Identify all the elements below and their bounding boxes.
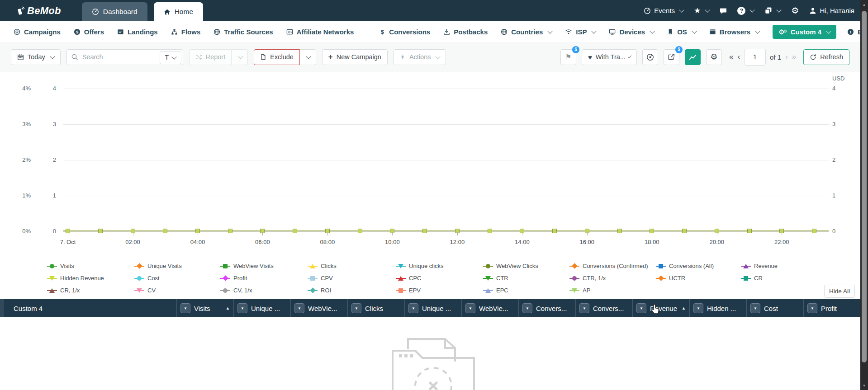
exclude-dropdown-button[interactable] bbox=[300, 49, 316, 65]
nav-item-campaigns[interactable]: Campaigns bbox=[14, 28, 61, 36]
filter-icon[interactable]: ▼ bbox=[750, 303, 760, 313]
exclude-button[interactable]: Exclude bbox=[254, 49, 300, 65]
legend-item-cr[interactable]: CR bbox=[741, 272, 778, 284]
nav-item-conversions[interactable]: $Conversions bbox=[379, 28, 430, 36]
column-header-unique[interactable]: ▼Unique ... bbox=[233, 299, 290, 317]
legend-item-revenue[interactable]: Revenue bbox=[741, 260, 778, 272]
nav-item-custom-4[interactable]: ⚙⚙Custom 4 bbox=[773, 25, 836, 39]
legend-item-cpc[interactable]: CPC bbox=[396, 272, 444, 284]
column-header-revenue[interactable]: ▼Revenue▲ bbox=[632, 299, 689, 317]
legend-item-unique-visits[interactable]: Unique Visits bbox=[134, 260, 182, 272]
legend-item-cpv[interactable]: CPV bbox=[308, 272, 337, 284]
nav-item-offers[interactable]: $Offers bbox=[74, 28, 104, 36]
filter-icon[interactable]: ▼ bbox=[237, 303, 247, 313]
column-header-convers[interactable]: ▼Convers... bbox=[518, 299, 575, 317]
vertical-scrollbar[interactable]: ▲ ▼ bbox=[860, 0, 868, 390]
nav-item-os[interactable]: OS bbox=[667, 28, 696, 36]
filter-icon[interactable]: ▼ bbox=[180, 303, 190, 313]
windows-menu[interactable] bbox=[764, 7, 781, 14]
chat-button[interactable] bbox=[720, 7, 727, 14]
next-page-button[interactable]: › bbox=[785, 52, 788, 61]
scroll-up-arrow[interactable]: ▲ bbox=[860, 1, 868, 8]
legend-item-epv[interactable]: EPV bbox=[396, 284, 444, 296]
legend-item-cost[interactable]: Cost bbox=[134, 272, 182, 284]
legend-item-roi[interactable]: ROI bbox=[308, 284, 337, 296]
table-settings-button[interactable]: ⚙ bbox=[706, 49, 722, 65]
legend-item-epc[interactable]: EPC bbox=[483, 284, 538, 296]
settings-button[interactable]: ⚙ bbox=[791, 6, 799, 15]
legend-item-conversions-confirmed[interactable]: Conversions (Confirmed) bbox=[569, 260, 648, 272]
legend-item-profit[interactable]: Profit bbox=[220, 272, 274, 284]
column-header-hidden[interactable]: ▼Hidden ... bbox=[689, 299, 746, 317]
share-button[interactable]: $ bbox=[664, 49, 679, 65]
filter-icon[interactable]: ▼ bbox=[636, 303, 646, 313]
legend-item-ctr-1-x[interactable]: CTR, 1/x bbox=[569, 272, 648, 284]
traffic-filter-dropdown[interactable]: ♥ With Tra... bbox=[582, 49, 637, 65]
legend-item-hidden-revenue[interactable]: Hidden Revenue bbox=[47, 272, 104, 284]
bemob-logo[interactable]: BeMob bbox=[15, 5, 61, 17]
column-header-profit[interactable]: ▼Profit bbox=[803, 299, 860, 317]
column-header-unique[interactable]: ▼Unique ... bbox=[404, 299, 461, 317]
filter-icon[interactable]: ▼ bbox=[294, 303, 304, 313]
axis-tick-label: 0% bbox=[11, 228, 31, 235]
nav-item-devices[interactable]: Devices bbox=[609, 28, 654, 36]
report-dropdown-button[interactable] bbox=[232, 49, 248, 65]
legend-item-cv-1-x[interactable]: CV, 1/x bbox=[220, 284, 274, 296]
refresh-button[interactable]: Refresh bbox=[803, 49, 849, 65]
legend-item-ctr[interactable]: CTR bbox=[483, 272, 538, 284]
column-header-webvie[interactable]: ▼WebVie... bbox=[290, 299, 347, 317]
nav-item-postbacks[interactable]: Postbacks bbox=[443, 28, 488, 36]
nav-item-isp[interactable]: ISP bbox=[565, 28, 596, 36]
column-header-clicks[interactable]: ▼Clicks bbox=[347, 299, 404, 317]
date-range-button[interactable]: Today bbox=[11, 49, 61, 65]
nav-item-countries[interactable]: Countries bbox=[501, 28, 552, 36]
tab-home[interactable]: Home bbox=[154, 2, 203, 21]
legend-item-unique-clicks[interactable]: Unique clicks bbox=[396, 260, 444, 272]
filter-icon[interactable]: ▼ bbox=[408, 303, 418, 313]
actions-button[interactable]: Actions bbox=[394, 49, 446, 65]
filter-icon[interactable]: ▼ bbox=[522, 303, 532, 313]
search-type-button[interactable]: T bbox=[160, 51, 181, 64]
legend-item-webview-visits[interactable]: WebView Visits bbox=[220, 260, 274, 272]
page-number-input[interactable] bbox=[744, 49, 766, 66]
legend-item-cv[interactable]: CV bbox=[134, 284, 182, 296]
filter-icon[interactable]: ▼ bbox=[807, 303, 817, 313]
new-campaign-button[interactable]: + New Campaign bbox=[322, 49, 388, 65]
scrollbar-thumb[interactable] bbox=[862, 11, 867, 362]
chart-toggle-button[interactable] bbox=[685, 49, 701, 65]
tab-dashboard[interactable]: Dashboard bbox=[82, 2, 147, 21]
legend-item-ap[interactable]: AP bbox=[569, 284, 648, 296]
chevron-down-icon bbox=[750, 7, 755, 12]
prev-page-button[interactable]: ‹ bbox=[737, 52, 740, 61]
first-page-button[interactable]: « bbox=[729, 52, 733, 61]
scroll-down-arrow[interactable]: ▼ bbox=[860, 382, 868, 389]
filter-icon[interactable]: ▼ bbox=[351, 303, 361, 313]
eye-button[interactable] bbox=[642, 49, 658, 65]
column-header-convers[interactable]: ▼Convers... bbox=[575, 299, 632, 317]
nav-item-flows[interactable]: Flows bbox=[171, 28, 201, 36]
filter-icon[interactable]: ▼ bbox=[579, 303, 589, 313]
favorites-menu[interactable]: ★ bbox=[694, 7, 709, 14]
nav-item-landings[interactable]: Landings bbox=[117, 28, 158, 36]
filter-icon[interactable]: ▼ bbox=[693, 303, 703, 313]
flag-button[interactable]: ⚑ $ bbox=[560, 49, 576, 65]
nav-item-affiliate-networks[interactable]: Affiliate Networks bbox=[286, 28, 354, 36]
legend-item-cr-1-x[interactable]: CR, 1/x bbox=[47, 284, 104, 296]
column-header-webvie[interactable]: ▼WebVie... bbox=[461, 299, 518, 317]
legend-item-uctr[interactable]: UCTR bbox=[656, 272, 714, 284]
legend-item-webview-clicks[interactable]: WebView Clicks bbox=[483, 260, 538, 272]
legend-item-visits[interactable]: Visits bbox=[47, 260, 104, 272]
nav-item-browsers[interactable]: Browsers bbox=[709, 28, 759, 36]
nav-item-traffic-sources[interactable]: Traffic Sources bbox=[213, 28, 273, 36]
report-button[interactable]: Report bbox=[189, 49, 232, 65]
last-page-button[interactable]: » bbox=[792, 52, 796, 61]
help-menu[interactable]: ? bbox=[737, 7, 754, 15]
legend-item-clicks[interactable]: Clicks bbox=[308, 260, 337, 272]
events-menu[interactable]: Events bbox=[644, 7, 683, 14]
column-header-cost[interactable]: ▼Cost bbox=[746, 299, 803, 317]
column-header-visits[interactable]: ▼Visits▲ bbox=[176, 299, 233, 317]
legend-item-conversions-all[interactable]: Conversions (All) bbox=[656, 260, 714, 272]
hide-all-button[interactable]: Hide All bbox=[824, 285, 855, 298]
user-menu[interactable]: Hi, Наталія bbox=[809, 7, 854, 14]
filter-icon[interactable]: ▼ bbox=[465, 303, 475, 313]
